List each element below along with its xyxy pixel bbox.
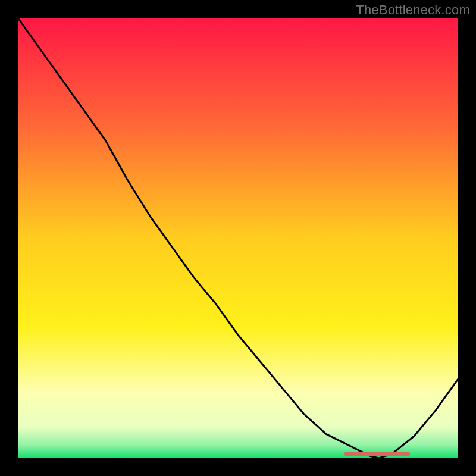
optimum-marker xyxy=(344,452,410,456)
bottleneck-curve xyxy=(18,18,458,458)
attribution-label: TheBottleneck.com xyxy=(356,2,470,18)
chart-stage: TheBottleneck.com xyxy=(0,0,476,476)
plot-area xyxy=(18,18,458,458)
